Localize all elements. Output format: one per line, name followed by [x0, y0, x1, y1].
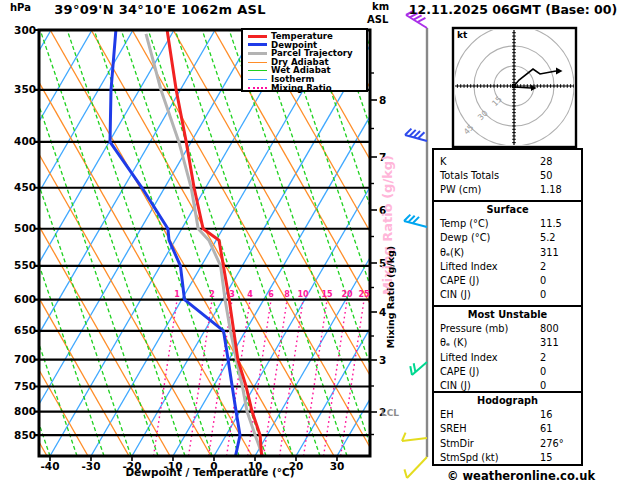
stat-value: 16	[540, 408, 552, 422]
stat-value: 11.5	[540, 217, 562, 231]
stat-value: 5.2	[540, 231, 556, 245]
legend-swatch	[248, 35, 267, 38]
stat-row: θₑ(K)311	[434, 246, 581, 260]
stats-section: Most UnstablePressure (mb)800θₑ (K)311Li…	[434, 305, 581, 391]
stat-label: K	[440, 156, 446, 167]
stat-value: 311	[540, 336, 559, 350]
svg-text:300: 300	[14, 24, 36, 36]
stats-section: K28Totals Totals50PW (cm)1.18	[434, 150, 581, 200]
svg-text:700: 700	[14, 353, 36, 365]
stat-value: 50	[540, 169, 552, 183]
wind-barb	[402, 433, 427, 441]
mixing-ratio-labels: 12346810152025	[174, 290, 370, 299]
legend-label: Mixing Ratio	[271, 84, 332, 93]
stats-section: SurfaceTemp (°C)11.5Dewp (°C)5.2θₑ(K)311…	[434, 200, 581, 305]
legend-box: TemperatureDewpointParcel TrajectoryDry …	[241, 28, 368, 92]
stat-value: 800	[540, 322, 559, 336]
stat-label: θₑ(K)	[440, 247, 464, 258]
stat-row: Totals Totals50	[434, 169, 581, 183]
svg-text:750: 750	[14, 380, 36, 392]
altitude-axis-unit-asl: ASL	[367, 14, 388, 25]
stat-row: StmSpd (kt)15	[434, 451, 581, 464]
stats-section-header: Hodograph	[434, 394, 581, 408]
stat-row: CAPE (J)0	[434, 365, 581, 379]
legend-swatch	[248, 52, 267, 55]
stat-label: StmDir	[440, 438, 474, 449]
stats-section: HodographEH16SREH61StmDir276°StmSpd (kt)…	[434, 391, 581, 464]
stat-row: K28	[434, 155, 581, 169]
legend-swatch	[248, 43, 267, 46]
svg-text:6: 6	[268, 290, 274, 299]
svg-text:30: 30	[330, 460, 345, 472]
stat-label: EH	[440, 409, 454, 420]
stat-value: 2	[540, 260, 546, 274]
svg-text:850: 850	[14, 429, 36, 441]
footer-credit: © weatheronline.co.uk	[436, 469, 606, 483]
svg-text:8: 8	[284, 290, 290, 299]
legend-swatch	[248, 79, 267, 80]
x-axis-title: Dewpoint / Temperature (°C)	[95, 466, 325, 478]
svg-text:3: 3	[229, 290, 235, 299]
stat-row: Temp (°C)11.5	[434, 217, 581, 231]
stat-row: Dewp (°C)5.2	[434, 231, 581, 245]
altitude-axis-unit-km: km	[372, 1, 389, 12]
stat-label: Temp (°C)	[440, 218, 489, 229]
wind-barb	[404, 215, 427, 227]
svg-text:10: 10	[297, 290, 309, 299]
stat-row: CIN (J)0	[434, 379, 581, 391]
stat-row: Lifted Index2	[434, 351, 581, 365]
stat-label: θₑ (K)	[440, 337, 467, 348]
svg-text:650: 650	[14, 324, 36, 336]
stat-value: 61	[540, 422, 552, 436]
stats-section-header: Most Unstable	[434, 308, 581, 322]
hodograph: 153045	[453, 26, 576, 147]
stat-value: 0	[540, 274, 546, 288]
svg-text:25: 25	[358, 290, 370, 299]
svg-text:3: 3	[379, 354, 386, 366]
stat-row: PW (cm)1.18	[434, 183, 581, 197]
stats-panel: K28Totals Totals50PW (cm)1.18SurfaceTemp…	[432, 148, 583, 466]
stat-value: 1.18	[540, 183, 562, 197]
stat-label: CAPE (J)	[440, 275, 479, 286]
stat-label: Pressure (mb)	[440, 323, 508, 334]
stat-label: StmSpd (kt)	[440, 452, 499, 463]
wind-barb	[405, 129, 427, 141]
svg-text:550: 550	[14, 259, 36, 271]
storm-motion-vector	[514, 87, 531, 88]
stat-value: 15	[540, 451, 552, 464]
svg-text:4: 4	[247, 290, 253, 299]
mixing-axis-label: Mixing Ratio (g/kg)	[385, 246, 396, 348]
legend-swatch	[248, 70, 267, 71]
stat-value: 0	[540, 379, 546, 391]
stat-row: CIN (J)0	[434, 288, 581, 302]
stat-row: Lifted Index2	[434, 260, 581, 274]
svg-text:1: 1	[174, 290, 180, 299]
svg-text:15: 15	[321, 290, 333, 299]
stat-label: PW (cm)	[440, 184, 481, 195]
stats-section-header: Surface	[434, 203, 581, 217]
wind-barb	[404, 457, 427, 478]
svg-text:-40: -40	[41, 460, 60, 472]
valid-datetime-title: 12.11.2025 06GMT (Base: 00)	[398, 2, 628, 17]
skewt-page: 300350400450500550600650700750800850-40-…	[0, 0, 629, 486]
pressure-axis-unit: hPa	[10, 2, 31, 13]
legend-swatch	[248, 62, 267, 63]
stat-value: 0	[540, 365, 546, 379]
stat-label: Dewp (°C)	[440, 232, 490, 243]
stat-row: StmDir276°	[434, 437, 581, 451]
legend-item: Mixing Ratio	[248, 84, 366, 93]
stat-row: SREH61	[434, 422, 581, 436]
svg-text:600: 600	[14, 293, 36, 305]
stat-label: Totals Totals	[440, 170, 499, 181]
stat-label: CIN (J)	[440, 289, 471, 300]
wind-barb	[410, 362, 427, 375]
stat-row: θₑ (K)311	[434, 336, 581, 350]
plot-border	[39, 30, 370, 456]
hodograph-unit-label: kt	[457, 30, 467, 40]
lcl-label: LCL	[381, 408, 399, 418]
stat-label: Lifted Index	[440, 352, 498, 363]
svg-text:8: 8	[379, 94, 386, 106]
wind-barb-column	[402, 11, 427, 478]
pressure-tick-labels: 300350400450500550600650700750800850	[14, 24, 36, 441]
stat-row: Pressure (mb)800	[434, 322, 581, 336]
